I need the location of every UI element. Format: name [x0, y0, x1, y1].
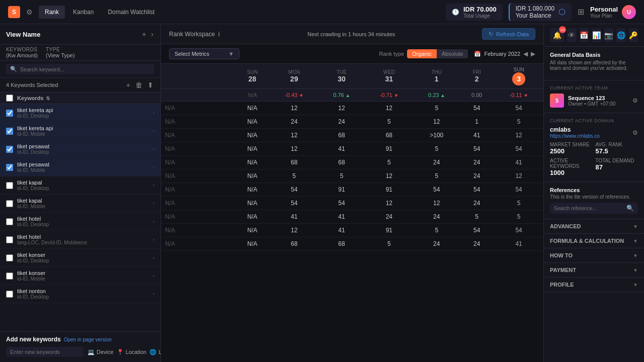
kw-expand-arrow[interactable]: ›	[153, 255, 154, 260]
kw-checkbox[interactable]	[6, 128, 13, 135]
kw-expand-arrow[interactable]: ›	[153, 110, 154, 116]
list-item[interactable]: tiket kereta api id-ID, Desktop ›	[0, 104, 160, 122]
add-kw-input[interactable]	[10, 349, 79, 355]
rank-cell: 68	[270, 156, 319, 169]
na-cell: N/A	[161, 115, 235, 129]
kw-name: tiket hotel	[17, 216, 153, 222]
accordion-header[interactable]: PROFILE ▼	[544, 278, 644, 292]
rank-cell: 24	[270, 115, 319, 129]
kw-expand-arrow[interactable]: ›	[153, 146, 154, 152]
kw-expand-arrow[interactable]: ›	[153, 128, 154, 134]
organic-btn[interactable]: Organic	[407, 49, 437, 58]
absolute-btn[interactable]: Absolute	[437, 49, 468, 58]
kw-checkbox[interactable]	[6, 236, 13, 243]
domain-info: cmlabs https://www.cmlabs.co	[550, 126, 600, 139]
rank-cell: 41	[459, 129, 494, 142]
kw-expand-arrow[interactable]: ›	[153, 164, 154, 170]
accordion-header[interactable]: PAYMENT ▼	[544, 263, 644, 277]
nav-tab-rank[interactable]: Rank	[39, 6, 65, 19]
nav-forward-button[interactable]: ›	[150, 29, 154, 39]
chevron-down-icon: ▼	[633, 267, 638, 273]
kw-expand-arrow[interactable]: ›	[153, 219, 154, 224]
settings-icon[interactable]: ⚙	[26, 8, 33, 16]
accordion-header[interactable]: ADVANCED ▼	[544, 219, 644, 233]
delete-selected-button[interactable]: 🗑	[134, 80, 143, 90]
calendar-btn[interactable]: 📅	[580, 28, 589, 42]
location-option[interactable]: 📍 Location	[117, 349, 147, 355]
kw-checkbox[interactable]	[6, 182, 13, 189]
kw-expand-arrow[interactable]: ›	[153, 237, 154, 242]
open-page-version-link[interactable]: Open in page version	[64, 337, 112, 342]
kw-amount-col: KEYWORDS (Kw Amount)	[6, 47, 38, 58]
refs-search-input[interactable]	[554, 206, 624, 211]
refresh-data-button[interactable]: ↻ Refresh Data	[482, 28, 535, 40]
list-item[interactable]: tiket pesawat id-ID, Mobile ›	[0, 158, 160, 176]
na-cell: N/A	[161, 156, 235, 169]
kw-col-label: Keywords ⇅	[17, 95, 154, 101]
rank-type-group: Rank type Organic Absolute	[379, 49, 468, 58]
list-item[interactable]: tiket hotel lang-LOC, DevId-ID, Mobileec…	[0, 231, 160, 249]
rank-cell: 5	[414, 169, 459, 183]
kw-checkbox[interactable]	[6, 146, 13, 153]
kw-checkbox[interactable]	[6, 254, 13, 261]
team-settings-icon[interactable]: ⚙	[632, 97, 638, 104]
list-item[interactable]: tiket pesawat id-ID, Desktop ›	[0, 140, 160, 158]
kw-expand-arrow[interactable]: ›	[153, 183, 154, 188]
kw-expand-arrow[interactable]: ›	[153, 291, 154, 297]
kw-meta: id-ID, Desktop	[17, 186, 153, 191]
kw-checkbox[interactable]	[6, 218, 13, 225]
workspace-label: Rank Workspace	[169, 31, 215, 38]
accordion-header[interactable]: FORMULA & CALCULATION ▼	[544, 234, 644, 248]
kw-meta: lang-LOC, DevId-ID, Mobileece	[17, 240, 153, 245]
kw-expand-arrow[interactable]: ›	[153, 273, 154, 279]
top-nav: S ⚙ Rank Kanban Domain Watchlist 🕐 IDR 7…	[0, 0, 644, 24]
select-metrics-dropdown[interactable]: Select Metrics ▼	[169, 48, 239, 59]
user-avatar[interactable]: U	[622, 5, 636, 19]
delta-cell: 0.76 ▲	[319, 89, 365, 102]
rank-cell: 54	[319, 197, 365, 210]
kw-checkbox[interactable]	[6, 273, 13, 280]
nav-tab-domain-watchlist[interactable]: Domain Watchlist	[102, 6, 160, 19]
device-option[interactable]: 💻 Device	[88, 349, 114, 355]
refs-search: 🔍	[550, 203, 638, 214]
kw-checkbox[interactable]	[6, 110, 13, 117]
list-item[interactable]: tiket konser id-ID, Desktop ›	[0, 249, 160, 267]
rank-cell: N/A	[235, 210, 269, 224]
delta-cell: -0.43 ▼	[270, 89, 319, 102]
kw-checkbox[interactable]	[6, 291, 13, 298]
list-item[interactable]: tiket kapal id-ID, Desktop ›	[0, 176, 160, 195]
kw-info: tiket hotel id-ID, Desktop	[17, 216, 153, 227]
list-item[interactable]: tiket kapal id-ID, Mobile ›	[0, 195, 160, 213]
kw-expand-arrow[interactable]: ›	[153, 201, 154, 206]
globe-btn[interactable]: 🌐	[616, 28, 626, 42]
chart-btn[interactable]: 📊	[592, 28, 601, 42]
list-item[interactable]: tiket hotel id-ID, Desktop ›	[0, 213, 160, 231]
nav-tab-kanban[interactable]: Kanban	[67, 6, 100, 19]
list-item[interactable]: tiket kereta api id-ID, Mobile ›	[0, 122, 160, 140]
notification-btn[interactable]: 🔔 10	[550, 28, 564, 42]
notif-badge: 10	[559, 26, 566, 33]
eye-btn[interactable]: 👁	[567, 28, 577, 42]
kw-name: tiket hotel	[17, 234, 153, 240]
rank-cell: 54	[459, 142, 494, 156]
list-item[interactable]: tiket konser id-ID, Mobile ›	[0, 267, 160, 285]
accordion-header[interactable]: HOW TO ▼	[544, 248, 644, 262]
prev-month-button[interactable]: ◀	[523, 50, 528, 57]
kw-name: tiket nonton	[17, 288, 153, 294]
rank-cell: 5	[365, 156, 414, 169]
export-selected-button[interactable]: ⬆	[146, 80, 154, 90]
kw-checkbox[interactable]	[6, 200, 13, 207]
list-item[interactable]: tiket nonton id-ID, Desktop ›	[0, 285, 160, 303]
add-selected-button[interactable]: +	[125, 80, 131, 90]
next-month-button[interactable]: ▶	[531, 50, 535, 57]
your-balance: IDR 1.080.000 Your Balance ⬡	[509, 3, 572, 21]
domain-settings-icon[interactable]: ⚙	[632, 129, 638, 136]
add-view-button[interactable]: +	[141, 29, 147, 39]
search-input[interactable]	[20, 66, 150, 72]
camera-btn[interactable]: 📷	[604, 28, 614, 42]
key-btn[interactable]: 🔑	[629, 28, 638, 42]
na-cell: N/A	[161, 142, 235, 156]
kw-checkbox[interactable]	[6, 164, 13, 171]
select-all-checkbox[interactable]	[6, 95, 13, 102]
rank-cell: 41	[319, 142, 365, 156]
